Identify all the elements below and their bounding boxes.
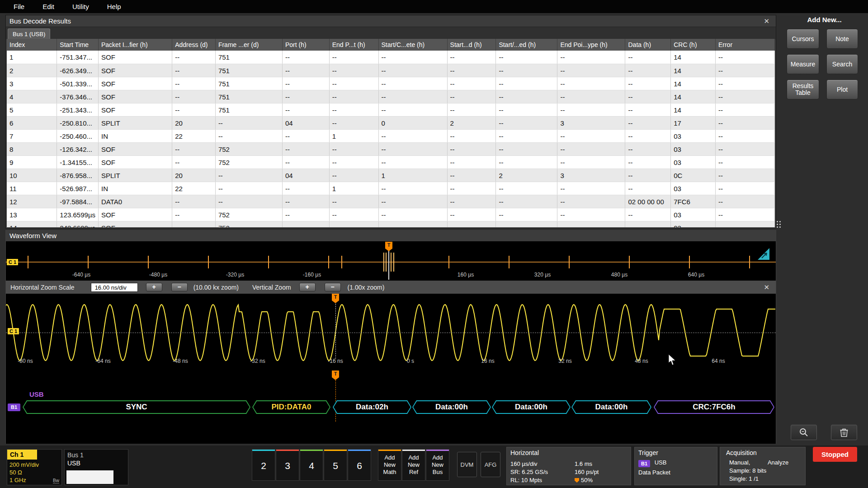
zoomed-waveform[interactable]: T C 1 -80 ns-64 ns-48 ns-32 ns-16 ns0 s1… [6,294,776,370]
table-row[interactable]: 13123.6599µsSOF--752--------------03-- [7,208,775,221]
table-cell: -- [447,208,496,221]
record-length: RL: 10 Mpts [510,476,548,484]
table-cell: -- [496,142,557,155]
menu-item-utility[interactable]: Utility [72,3,89,10]
table-cell: -- [215,129,282,142]
stopped-badge[interactable]: Stopped [813,447,857,462]
add-new-results-table-button[interactable]: Results Table [787,80,819,99]
add-new-search-button[interactable]: Search [826,54,858,74]
table-cell: 752 [215,155,282,169]
table-cell: -- [447,195,496,208]
h-zoom-decrease-button[interactable]: − [171,283,188,291]
table-row[interactable]: 14248.6600µsSOF--752--------------03-- [7,221,775,227]
channel-4-button[interactable]: 4 [300,449,323,481]
zoom-tool-button[interactable] [791,425,817,440]
channel-color-line [348,450,371,451]
table-row[interactable]: 4-376.346...SOF--751--------------14-- [7,90,775,103]
add-new-math-button[interactable]: AddNewMath [378,449,401,481]
bus-segment-data[interactable]: Data:00h [412,400,491,414]
table-row[interactable]: 2-626.349...SOF--751--------------14-- [7,64,775,77]
channel-5-button[interactable]: 5 [324,449,347,481]
horizontal-zoom-scale-label: Horizontal Zoom Scale [10,284,75,291]
v-zoom-readout: (1.00x zoom) [348,284,385,291]
channel-3-button[interactable]: 3 [276,449,299,481]
channel-2-button[interactable]: 2 [252,449,275,481]
dvm-button[interactable]: DVM [457,452,477,477]
menu-item-file[interactable]: File [14,3,24,10]
add-new-bus-button[interactable]: AddNewBus [426,449,449,481]
trigger-panel[interactable]: Trigger B1 USB Data Packet [634,447,717,485]
bus-segment-crc[interactable]: CRC:7FC6h [654,400,774,414]
bus-1-block[interactable]: Bus 1 USB [64,449,128,485]
table-cell: -- [378,90,447,103]
panel-resize-handle[interactable] [777,221,781,234]
v-zoom-increase-button[interactable]: + [299,283,316,291]
bus-segment-data[interactable]: Data:00h [571,400,651,414]
bus-segment-data[interactable]: Data:02h [333,400,411,414]
table-cell: -- [329,90,378,103]
table-row[interactable]: 6-250.810...SPLIT20--04--02--3--17-- [7,116,775,129]
table-cell: SOF [98,51,172,64]
add-new-note-button[interactable]: Note [826,29,858,49]
add-new-measure-button[interactable]: Measure [787,54,819,74]
table-row[interactable]: 12-97.5884...DATA0----------------02 00 … [7,195,775,208]
close-icon[interactable]: ✕ [764,283,769,291]
channel-6-button[interactable]: 6 [348,449,371,481]
bus-segment-pid[interactable]: PID:DATA0 [252,400,330,414]
close-icon[interactable]: ✕ [764,15,769,27]
trigger-marker[interactable]: T [332,294,339,300]
bus-segment-data[interactable]: Data:00h [492,400,571,414]
menu-item-help[interactable]: Help [107,3,121,10]
tab-bus1-usb[interactable]: Bus 1 (USB) [8,28,50,39]
table-row[interactable]: 11-526.987...IN22----1----------03-- [7,182,775,195]
table-cell: IN [98,129,172,142]
table-cell: -- [447,221,496,227]
table-cell: -- [715,51,774,64]
v-zoom-decrease-button[interactable]: − [325,283,341,291]
trigger-marker[interactable]: T [385,242,392,249]
horizontal-zoom-scale-input[interactable]: 16.00 ns/div [91,283,138,292]
table-cell: 17 [671,116,716,129]
afg-button[interactable]: AFG [481,452,500,477]
channel-1-block[interactable]: Ch 1 200 mV/div 50 Ω 1 GHz Bw [7,449,62,485]
table-row[interactable]: 7-250.460...IN22----1----------03-- [7,129,775,142]
sidebar-tools [791,425,857,440]
table-cell: -- [378,195,447,208]
waveform-overview[interactable]: T C 1 -640 µs-480 µs-320 µs-160 µs160 µs… [6,242,776,281]
table-row[interactable]: 5-251.343...SOF--751--------------14-- [7,103,775,116]
table-row[interactable]: 9-1.34155...SOF--752--------------03-- [7,155,775,169]
table-row[interactable]: 1-751.347...SOF--751--------------14-- [7,51,775,64]
table-cell: -- [496,77,557,90]
trigger-marker[interactable]: T [332,371,339,377]
bus-segment-sync[interactable]: SYNC [23,400,250,414]
add-new-ref-button[interactable]: AddNewRef [402,449,425,481]
table-row[interactable]: 8-126.342...SOF--752--------------03-- [7,142,775,155]
add-new-cursors-button[interactable]: Cursors [787,29,819,49]
channel-1-badge: C 1 [8,328,19,334]
table-cell: -- [282,221,329,227]
h-zoom-increase-button[interactable]: + [146,283,162,291]
table-row[interactable]: 10-876.958...SPLIT20--04--1--23--0C-- [7,169,775,182]
table-cell: IN [98,182,172,195]
table-row[interactable]: 3-501.339...SOF--751--------------14-- [7,77,775,90]
add-new-plot-button[interactable]: Plot [826,80,858,99]
table-cell: -- [215,195,282,208]
table-cell: -97.5884... [57,195,99,208]
table-cell: 03 [671,142,716,155]
zoom-overview-icon[interactable] [758,248,769,260]
table-cell: -751.347... [57,51,99,64]
table-cell: 8 [7,142,57,155]
table-cell: 04 [282,169,329,182]
table-cell: -- [378,142,447,155]
channel-number: 3 [276,460,299,471]
table-cell: -- [625,116,671,129]
trash-button[interactable] [831,425,857,440]
table-cell: 751 [215,77,282,90]
horizontal-panel[interactable]: Horizontal 160 µs/div SR: 6.25 GS/s RL: … [506,447,631,485]
table-cell: -- [715,90,774,103]
column-header: Frame ...er (d) [215,39,282,51]
table-cell: -- [625,169,671,182]
menu-item-edit[interactable]: Edit [42,3,54,10]
table-cell: 752 [215,221,282,227]
acquisition-panel[interactable]: Acquisition Manual, Analyze Sample: 8 bi… [720,447,806,485]
